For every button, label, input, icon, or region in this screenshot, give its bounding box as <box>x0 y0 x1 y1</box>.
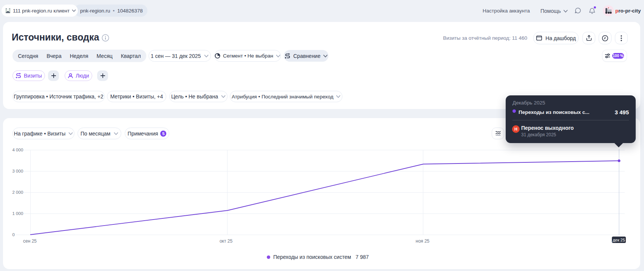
svg-text:2 000: 2 000 <box>12 190 23 195</box>
svg-text:3 000: 3 000 <box>12 169 23 173</box>
svg-text:дек 25: дек 25 <box>613 238 625 242</box>
svg-text:окт 25: окт 25 <box>220 238 233 244</box>
svg-text:0: 0 <box>12 232 15 237</box>
svg-text:4 000: 4 000 <box>12 148 23 152</box>
svg-text:ноя 25: ноя 25 <box>416 238 430 244</box>
svg-text:сен 25: сен 25 <box>23 238 37 244</box>
svg-text:1 000: 1 000 <box>12 211 23 216</box>
